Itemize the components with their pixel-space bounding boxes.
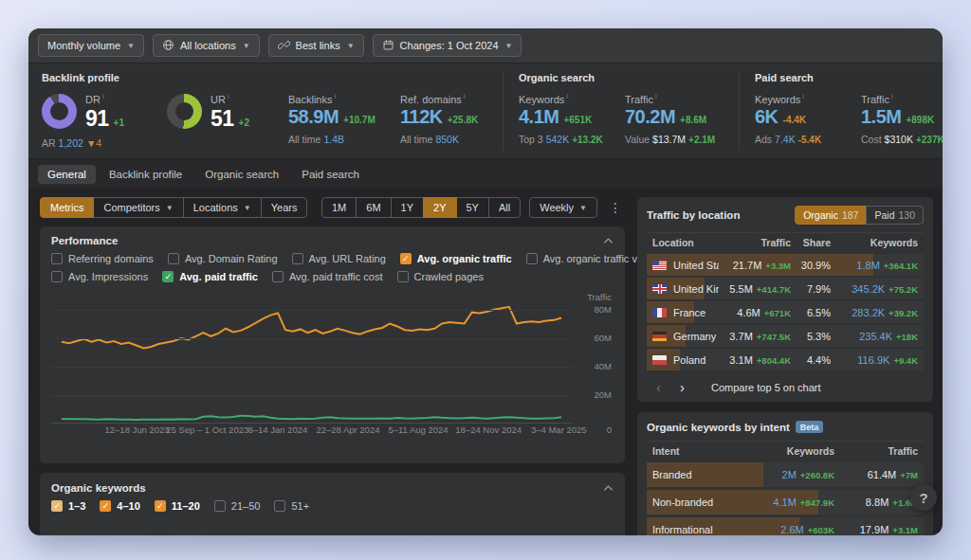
keywords-value[interactable]: 2M bbox=[782, 469, 797, 480]
prev-page-icon[interactable]: ‹ bbox=[650, 379, 667, 395]
compare-top5-link[interactable]: Compare top 5 on chart bbox=[711, 382, 821, 393]
checkbox-box-icon[interactable] bbox=[274, 500, 285, 512]
checkbox-avg-paid-traffic[interactable]: ✓Avg. paid traffic bbox=[162, 271, 258, 282]
checkbox-box-icon[interactable] bbox=[292, 253, 303, 264]
checkbox-avg-organic-traffic[interactable]: ✓Avg. organic traffic bbox=[400, 253, 512, 264]
chart-column: Metrics Competitors▼ Locations▼ Years 1M… bbox=[40, 197, 625, 535]
keywords-change: +603K bbox=[808, 525, 834, 535]
location-row-france[interactable]: France4.6M+671K6.5%283.2K+39.2K bbox=[647, 301, 924, 323]
checkbox-avg-domain-rating[interactable]: Avg. Domain Rating bbox=[168, 253, 278, 264]
tab-organic-search[interactable]: Organic search bbox=[195, 165, 288, 184]
next-page-icon[interactable]: › bbox=[674, 379, 690, 395]
location-row-united-kingdom[interactable]: United Kingdom5.5M+414.7K7.9%345.2K+75.2… bbox=[647, 278, 924, 299]
keywords-value[interactable]: 235.4K bbox=[859, 331, 892, 342]
stats-band: Backlink profile DRi 91+1 AR1,202▼4 bbox=[28, 63, 943, 159]
checkbox-box-icon[interactable]: ✓ bbox=[100, 500, 111, 512]
chart-plot-area[interactable] bbox=[51, 291, 572, 422]
backlinks-value[interactable]: 58.9M bbox=[288, 106, 339, 128]
traffic-value: 5.5M bbox=[729, 283, 752, 295]
best-links-dropdown[interactable]: Best links ▼ bbox=[268, 34, 364, 57]
keywords-value[interactable]: 6K bbox=[755, 106, 779, 128]
changes-date-dropdown[interactable]: Changes: 1 Oct 2024 ▼ bbox=[373, 34, 522, 57]
keywords-value[interactable]: 2.6M bbox=[780, 524, 803, 535]
keywords-value[interactable]: 1.8M bbox=[856, 260, 879, 271]
checkbox-box-icon[interactable]: ✓ bbox=[162, 271, 174, 282]
metrics-button[interactable]: Metrics bbox=[40, 197, 94, 218]
keywords-change: +9.4K bbox=[893, 355, 918, 366]
paid-toggle-button[interactable]: Paid130 bbox=[866, 206, 924, 225]
ads-value[interactable]: 7.4K bbox=[775, 134, 796, 145]
checkbox-1-3[interactable]: ✓1–3 bbox=[51, 500, 85, 512]
checkbox-box-icon[interactable] bbox=[272, 271, 284, 282]
checkbox-4-10[interactable]: ✓4–10 bbox=[100, 500, 139, 512]
calendar-icon bbox=[382, 39, 394, 53]
checkbox-box-icon[interactable] bbox=[397, 271, 409, 282]
help-button[interactable]: ? bbox=[910, 484, 937, 511]
range-6m[interactable]: 6M bbox=[356, 197, 391, 218]
organic-keywords-metric: Keywordsi 4.1M+651K Top 3542K+13.2K bbox=[519, 92, 625, 151]
checkbox-21-50[interactable]: 21–50 bbox=[214, 500, 261, 512]
cost-label: Cost bbox=[861, 134, 882, 145]
checkbox-avg-url-rating[interactable]: Avg. URL Rating bbox=[292, 253, 386, 264]
top3-value[interactable]: 542K bbox=[546, 134, 570, 145]
y-tick-label: 40M bbox=[595, 361, 612, 371]
ar-value[interactable]: 1,202 bbox=[59, 137, 83, 149]
checkbox-referring-domains[interactable]: Referring domains bbox=[51, 253, 154, 264]
tab-backlink-profile[interactable]: Backlink profile bbox=[100, 165, 192, 184]
keywords-change: +847.9K bbox=[800, 497, 834, 508]
checkbox-51+[interactable]: 51+ bbox=[274, 500, 309, 512]
chart-x-axis: 12–18 Jun 202325 Sep – 1 Oct 20238–14 Ja… bbox=[51, 422, 572, 438]
checkbox-box-icon[interactable] bbox=[526, 253, 538, 264]
keywords-value[interactable]: 4.1M bbox=[519, 106, 559, 128]
organic-traffic-metric: Traffici 70.2M+8.6M Value$13.7M+2.1M bbox=[625, 92, 739, 151]
checkbox-box-icon[interactable] bbox=[51, 253, 63, 264]
checkbox-avg-paid-traffic-cost[interactable]: Avg. paid traffic cost bbox=[272, 271, 383, 282]
checkbox-box-icon[interactable]: ✓ bbox=[51, 500, 63, 512]
collapse-chevron-icon[interactable] bbox=[603, 484, 614, 492]
traffic-chart[interactable]: 12–18 Jun 202325 Sep – 1 Oct 20238–14 Ja… bbox=[51, 291, 614, 463]
checkbox-crawled-pages[interactable]: Crawled pages bbox=[397, 271, 484, 282]
years-button[interactable]: Years bbox=[261, 197, 308, 218]
checkbox-box-icon[interactable] bbox=[214, 500, 226, 512]
traffic-value[interactable]: 1.5M bbox=[861, 106, 901, 128]
intent-row-informational[interactable]: Informational2.6M+603K17.9M+3.1M bbox=[647, 517, 924, 535]
monthly-volume-dropdown[interactable]: Monthly volume ▼ bbox=[38, 34, 144, 57]
checkbox-11-20[interactable]: ✓11–20 bbox=[155, 500, 200, 512]
ref-domains-value[interactable]: 112K bbox=[400, 106, 443, 128]
range-1y[interactable]: 1Y bbox=[391, 197, 424, 218]
location-row-germany[interactable]: Germany3.7M+747.5K5.3%235.4K+18K bbox=[647, 325, 924, 347]
collapse-chevron-icon[interactable] bbox=[603, 237, 614, 244]
checkbox-box-icon[interactable]: ✓ bbox=[155, 500, 166, 512]
intent-row-non-branded[interactable]: Non-branded4.1M+847.9K8.8M+1.6M bbox=[647, 490, 924, 515]
keywords-value[interactable]: 116.9K bbox=[857, 354, 889, 366]
traffic-change: +804.4K bbox=[757, 355, 791, 366]
date-range-group: 1M6M1Y2Y5YAll bbox=[321, 197, 521, 218]
alltime-value[interactable]: 1.4B bbox=[323, 134, 344, 145]
range-5y[interactable]: 5Y bbox=[456, 197, 489, 218]
checkbox-box-icon[interactable]: ✓ bbox=[400, 253, 412, 264]
keywords-value[interactable]: 283.2K bbox=[852, 307, 885, 318]
range-2y[interactable]: 2Y bbox=[423, 197, 456, 218]
traffic-value[interactable]: 70.2M bbox=[625, 106, 675, 128]
range-all[interactable]: All bbox=[488, 197, 521, 218]
location-row-poland[interactable]: Poland3.1M+804.4K4.4%116.9K+9.4K bbox=[647, 349, 924, 370]
intent-label: Non-branded bbox=[652, 497, 740, 508]
location-row-united-states[interactable]: United States21.7M+3.3M30.9%1.8M+364.1K bbox=[647, 254, 924, 276]
locations-filter-dropdown[interactable]: Locations▼ bbox=[183, 197, 262, 218]
competitors-dropdown[interactable]: Competitors▼ bbox=[93, 197, 183, 218]
checkbox-box-icon[interactable] bbox=[51, 271, 63, 282]
alltime-value[interactable]: 850K bbox=[435, 134, 459, 145]
organic-toggle-button[interactable]: Organic187 bbox=[795, 206, 867, 225]
more-options-icon[interactable]: ⋮ bbox=[606, 200, 625, 215]
keywords-value[interactable]: 4.1M bbox=[773, 497, 796, 508]
keywords-value[interactable]: 345.2K bbox=[852, 283, 885, 295]
checkbox-avg-impressions[interactable]: Avg. Impressions bbox=[51, 271, 148, 282]
tab-paid-search[interactable]: Paid search bbox=[292, 165, 369, 184]
intent-row-branded[interactable]: Branded2M+260.8K61.4M+7M bbox=[647, 462, 924, 487]
interval-dropdown[interactable]: Weekly▼ bbox=[529, 197, 597, 218]
tab-general[interactable]: General bbox=[38, 165, 96, 184]
range-1m[interactable]: 1M bbox=[321, 197, 357, 218]
locations-dropdown[interactable]: All locations ▼ bbox=[153, 34, 260, 57]
checkbox-label: 51+ bbox=[291, 500, 309, 512]
checkbox-box-icon[interactable] bbox=[168, 253, 179, 264]
